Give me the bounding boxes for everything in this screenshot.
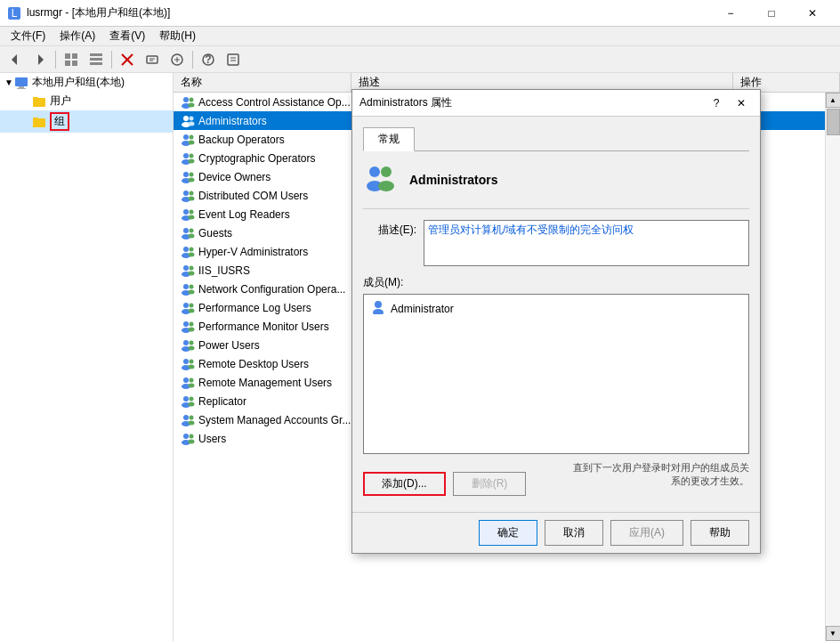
close-button[interactable]: ✕ [792,0,833,27]
apply-button[interactable]: 应用(A) [610,520,683,546]
svg-point-98 [189,402,195,406]
toolbar-delete[interactable] [116,49,139,70]
administrators-dialog[interactable]: Administrators 属性 ? ✕ 常规 [351,89,761,554]
svg-point-82 [189,327,195,331]
list-item-name: Access Control Assistance Op... [198,96,351,109]
svg-point-110 [378,181,394,191]
scroll-up-arrow[interactable]: ▲ [826,93,841,108]
expand-icon: ▼ [4,77,14,87]
right-scrollbar[interactable]: ▲ ▼ [825,93,840,641]
ok-button[interactable]: 确定 [479,520,537,546]
svg-point-74 [189,289,195,294]
dialog-help-button[interactable]: ? [705,93,728,114]
svg-point-89 [190,359,194,363]
svg-rect-8 [90,53,102,56]
dialog-close-button[interactable]: ✕ [730,93,753,114]
list-item-name: Performance Monitor Users [198,320,329,333]
toolbar-prop2[interactable] [166,49,189,70]
svg-point-50 [189,177,195,182]
toolbar-forward[interactable] [28,49,52,70]
svg-point-79 [183,321,189,327]
cancel-button[interactable]: 取消 [545,520,603,546]
svg-point-109 [381,166,392,177]
svg-point-45 [190,153,194,158]
minimize-button[interactable]: − [710,0,751,27]
menu-file[interactable]: 文件(F) [4,27,52,45]
toolbar-prop1[interactable] [141,49,164,70]
list-item-name: Administrators [198,115,267,127]
help-button[interactable]: 帮助 [691,520,749,546]
app-icon: L [7,6,21,20]
left-panel: ▼ 本地用户和组(本地) 用户 组 [0,73,174,641]
svg-point-33 [190,97,194,101]
svg-point-57 [190,209,194,214]
list-item-name: Event Log Readers [198,208,290,221]
list-item-name: IIS_IUSRS [198,264,250,277]
svg-point-73 [190,284,194,288]
description-field[interactable] [424,220,749,266]
separator-3 [192,51,193,69]
toolbar-view2[interactable] [85,49,108,70]
list-item-name: Backup Operators [198,134,285,146]
svg-point-103 [183,434,189,439]
separator-2 [111,51,112,69]
menu-help[interactable]: 帮助(H) [152,27,203,45]
menu-action[interactable]: 操作(A) [52,27,102,45]
list-item-name: Cryptographic Operators [198,152,315,165]
description-row: 描述(E): [363,220,749,266]
remove-button[interactable]: 删除(R) [453,472,527,496]
scroll-thumb[interactable] [827,109,840,135]
svg-point-81 [190,321,194,326]
tree-root[interactable]: ▼ 本地用户和组(本地) [0,73,173,92]
toolbar-extra[interactable] [222,49,245,70]
scroll-track [826,108,841,626]
svg-rect-7 [72,61,77,66]
user-icon [371,300,385,314]
svg-point-91 [183,377,189,383]
svg-point-53 [190,191,194,195]
svg-point-63 [183,247,189,252]
svg-point-105 [190,434,194,438]
toolbar-help[interactable]: ? [197,49,220,70]
group-icon [181,151,195,166]
menu-bar: 文件(F) 操作(A) 查看(V) 帮助(H) [0,27,840,46]
list-item-name: Performance Log Users [198,302,311,314]
scroll-down-arrow[interactable]: ▼ [826,626,841,641]
toolbar-back[interactable] [4,49,27,70]
tree-users[interactable]: 用户 [0,92,173,110]
svg-rect-21 [228,54,238,65]
svg-point-90 [189,364,195,369]
svg-point-87 [183,359,189,364]
svg-rect-10 [90,62,102,65]
dialog-footer: 确定 取消 应用(A) 帮助 [352,512,760,553]
description-label: 描述(E): [363,220,416,238]
tree-groups-label: 组 [54,115,65,127]
svg-point-75 [183,303,189,308]
svg-rect-6 [65,61,70,66]
title-text: lusrmgr - [本地用户和组(本地)] [27,5,170,20]
svg-point-42 [189,140,195,144]
tree-root-label: 本地用户和组(本地) [32,75,125,90]
list-item-name: Guests [198,227,232,239]
toolbar: ? [0,46,840,73]
tree-groups[interactable]: 组 [0,110,173,133]
svg-point-102 [189,420,195,425]
dialog-title-bar: Administrators 属性 ? ✕ [352,90,760,117]
list-item-name: Power Users [198,339,260,352]
dialog-tabs: 常规 [363,127,749,151]
svg-point-62 [189,233,195,238]
svg-point-69 [190,265,194,270]
menu-view[interactable]: 查看(V) [102,27,152,45]
col-header-name[interactable]: 名称 [174,73,351,92]
svg-marker-2 [12,54,17,65]
maximize-button[interactable]: □ [751,0,792,27]
svg-point-31 [183,97,189,102]
tab-general[interactable]: 常规 [363,127,415,151]
member-item[interactable]: Administrator [368,298,745,319]
svg-point-112 [373,309,384,314]
dialog-title-text: Administrators 属性 [359,95,452,110]
svg-point-70 [189,271,195,275]
toolbar-view1[interactable] [60,49,83,70]
list-item-name: Users [198,433,226,445]
add-button[interactable]: 添加(D)... [363,472,446,496]
